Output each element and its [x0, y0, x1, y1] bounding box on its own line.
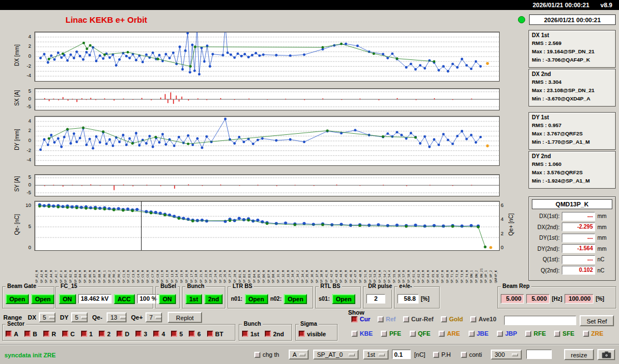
bpm-name-label: SP_41_M: [324, 251, 329, 283]
dy-orbit-plot[interactable]: [35, 117, 499, 165]
range-qe-minus-select[interactable]: 13: [107, 312, 127, 322]
kbe-checkbox[interactable]: [351, 331, 358, 337]
threshold-input[interactable]: [392, 350, 411, 359]
bunch-2nd-toggle[interactable]: 2nd: [265, 331, 284, 337]
sector-a-checkbox[interactable]: [6, 331, 12, 337]
ph-checkbox[interactable]: [433, 352, 439, 358]
range-qe-plus-select[interactable]: 7: [145, 312, 162, 322]
set-ref-button[interactable]: Set Ref: [580, 315, 614, 326]
show-zre-toggle[interactable]: ZRE: [583, 330, 603, 337]
ref-name-input[interactable]: [504, 316, 576, 325]
show-are-toggle[interactable]: ARE: [439, 330, 460, 337]
zre-label: ZRE: [591, 330, 603, 337]
show-pfe-toggle[interactable]: PFE: [381, 330, 401, 337]
show-gold-toggle[interactable]: Gold: [441, 316, 463, 322]
sector-1-toggle[interactable]: 1: [81, 331, 93, 337]
aux-input[interactable]: [526, 350, 552, 359]
bunch-2nd-button[interactable]: 2nd: [204, 294, 223, 304]
show-sfe-toggle[interactable]: SFE: [554, 330, 574, 337]
sector-b-checkbox[interactable]: [24, 331, 31, 337]
cur-checkbox[interactable]: [351, 316, 358, 322]
cur-ref-checkbox[interactable]: [403, 316, 409, 322]
show-kbe-toggle[interactable]: KBE: [351, 330, 373, 337]
sector-4-checkbox[interactable]: [153, 331, 159, 337]
dx-orbit-plot[interactable]: [35, 32, 499, 81]
sector-5-checkbox[interactable]: [171, 331, 177, 337]
sector-4-toggle[interactable]: 4: [153, 331, 165, 337]
beam-gate-open-1-button[interactable]: Open: [6, 294, 29, 304]
sigma-visible-checkbox[interactable]: [299, 331, 305, 337]
sector-select[interactable]: A: [289, 350, 309, 360]
sector-6-toggle[interactable]: 6: [189, 331, 200, 337]
sector-2-checkbox[interactable]: [99, 331, 105, 337]
conti-checkbox[interactable]: [461, 352, 467, 358]
sx-steering-plot[interactable]: [35, 89, 499, 110]
fc15-acc-button[interactable]: ACC: [114, 294, 135, 304]
option-menu-icon: [299, 353, 305, 356]
range-dy-select[interactable]: 5: [71, 312, 88, 322]
fc15-on-button[interactable]: ON: [59, 294, 76, 304]
sfe-checkbox[interactable]: [554, 331, 560, 337]
sector-3-toggle[interactable]: 3: [135, 331, 147, 337]
sector-d-checkbox[interactable]: [117, 331, 123, 337]
show-jbe-toggle[interactable]: JBE: [469, 330, 489, 337]
dx2-label: DX(2nd):: [532, 224, 560, 230]
interval-select[interactable]: 300: [491, 350, 522, 360]
camera-icon: [602, 351, 611, 358]
show-ref-toggle[interactable]: Ref: [378, 316, 396, 322]
charge-plot[interactable]: [35, 201, 499, 250]
resize-button[interactable]: resize: [564, 349, 594, 360]
sector-r-checkbox[interactable]: [43, 331, 49, 337]
chg-th-toggle[interactable]: chg th: [254, 351, 279, 358]
ltr-n01-open-button[interactable]: Open: [245, 294, 268, 304]
show-ave10-toggle[interactable]: Ave10: [470, 316, 496, 322]
sector-d-toggle[interactable]: D: [117, 331, 129, 337]
sector-c-checkbox[interactable]: [62, 331, 68, 337]
show-qfe-toggle[interactable]: QFE: [410, 330, 431, 337]
show-rfe-toggle[interactable]: RFE: [525, 330, 546, 337]
gold-checkbox[interactable]: [441, 316, 447, 322]
monitor-select[interactable]: SP_AT_0: [313, 350, 359, 360]
bunch-1st-button[interactable]: 1st: [185, 294, 202, 304]
sector-a-toggle[interactable]: A: [6, 331, 18, 337]
show-cur-ref-toggle[interactable]: Cur-Ref: [403, 316, 434, 322]
sector-r-toggle[interactable]: R: [43, 331, 56, 337]
pfe-checkbox[interactable]: [381, 331, 387, 337]
beam-gate-open-2-button[interactable]: Open: [31, 294, 54, 304]
sector-c-toggle[interactable]: C: [62, 331, 75, 337]
sector-2-toggle[interactable]: 2: [99, 331, 110, 337]
sector-5-toggle[interactable]: 5: [171, 331, 183, 337]
sector-b-toggle[interactable]: B: [24, 331, 37, 337]
ltr-n02-open-button[interactable]: Open: [284, 294, 307, 304]
rfe-checkbox[interactable]: [525, 331, 531, 337]
qfe-checkbox[interactable]: [410, 331, 416, 337]
bunch-1st-toggle[interactable]: 1st: [242, 331, 259, 337]
sector-1-checkbox[interactable]: [81, 331, 87, 337]
snapshot-button[interactable]: [597, 349, 615, 360]
sy-steering-plot[interactable]: [35, 175, 499, 196]
ph-toggle[interactable]: P.H: [433, 351, 451, 358]
sigma-visible-toggle[interactable]: visible: [299, 331, 326, 337]
conti-toggle[interactable]: conti: [461, 351, 482, 358]
replot-button[interactable]: Replot: [168, 312, 202, 323]
rtl-s01-open-button[interactable]: Open: [332, 294, 355, 304]
sector-bt-toggle[interactable]: BT: [207, 331, 224, 337]
n02-label: n02:: [270, 296, 282, 302]
sector-6-checkbox[interactable]: [189, 331, 195, 337]
are-checkbox[interactable]: [439, 331, 445, 337]
busel-on-button[interactable]: ON: [159, 294, 176, 304]
ref-checkbox[interactable]: [378, 316, 384, 322]
bunch-2nd-checkbox[interactable]: [265, 331, 271, 337]
show-cur-toggle[interactable]: Cur: [351, 316, 370, 322]
ave10-checkbox[interactable]: [470, 316, 476, 322]
jbe-checkbox[interactable]: [469, 331, 475, 337]
range-dx-select[interactable]: 5: [39, 312, 56, 322]
show-jbp-toggle[interactable]: JBP: [497, 330, 517, 337]
bunch-select[interactable]: 1st: [363, 350, 389, 360]
sector-bt-checkbox[interactable]: [207, 331, 213, 337]
jbp-checkbox[interactable]: [497, 331, 503, 337]
sector-3-checkbox[interactable]: [135, 331, 142, 337]
bunch-1st-checkbox[interactable]: [242, 331, 248, 337]
chg-th-checkbox[interactable]: [254, 352, 260, 358]
zre-checkbox[interactable]: [583, 331, 589, 337]
